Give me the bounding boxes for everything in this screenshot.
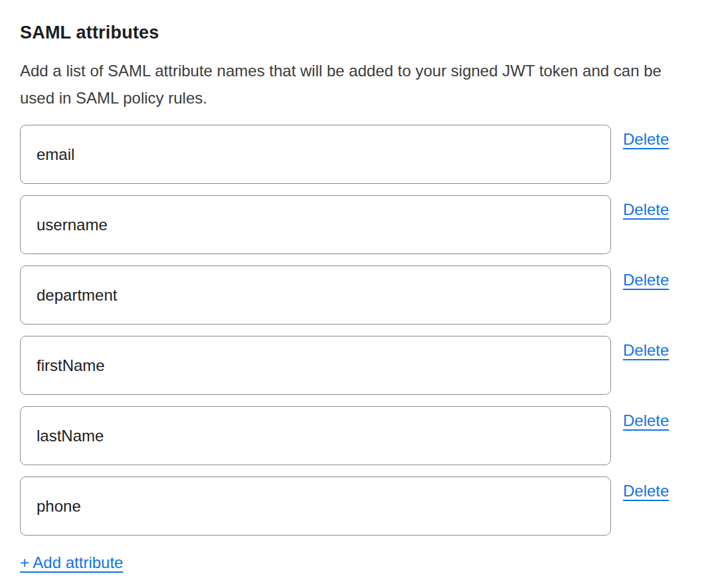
attribute-row: Delete <box>20 125 679 184</box>
saml-attributes-section: SAML attributes Add a list of SAML attri… <box>0 0 708 588</box>
attribute-row: Delete <box>20 406 679 465</box>
attribute-input[interactable] <box>20 125 611 184</box>
attribute-input[interactable] <box>20 195 611 254</box>
attribute-input[interactable] <box>20 265 611 325</box>
attribute-row: Delete <box>20 336 679 395</box>
delete-attribute-link[interactable]: Delete <box>623 482 669 500</box>
attribute-row: Delete <box>20 195 679 254</box>
add-attribute-link[interactable]: + Add attribute <box>20 553 123 572</box>
attribute-input[interactable] <box>20 336 611 395</box>
delete-attribute-link[interactable]: Delete <box>623 341 669 360</box>
delete-attribute-link[interactable]: Delete <box>623 130 669 149</box>
section-description: Add a list of SAML attribute names that … <box>20 57 679 111</box>
attribute-input[interactable] <box>20 477 611 536</box>
page-title: SAML attributes <box>20 21 679 44</box>
delete-attribute-link[interactable]: Delete <box>623 200 669 219</box>
attribute-input[interactable] <box>20 406 611 465</box>
delete-attribute-link[interactable]: Delete <box>623 271 669 289</box>
attribute-row: Delete <box>20 477 679 536</box>
attribute-row: Delete <box>20 265 679 325</box>
delete-attribute-link[interactable]: Delete <box>623 411 669 430</box>
attribute-list: Delete Delete Delete Delete Delete Delet… <box>20 125 679 536</box>
